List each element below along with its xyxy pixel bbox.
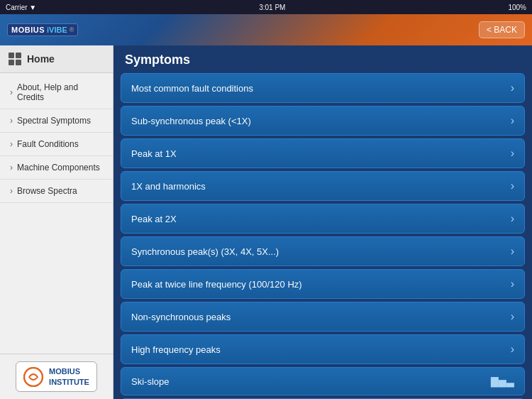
logo-box: MOBIUS iVIBE ® — [7, 23, 78, 36]
sidebar-item-spectral[interactable]: › Spectral Symptoms — [0, 109, 113, 133]
chevron-right-icon: › — [511, 278, 514, 290]
sidebar-nav: › About, Help and Credits › Spectral Sym… — [0, 73, 113, 354]
sidebar-item-browse[interactable]: › Browse Spectra — [0, 180, 113, 203]
sidebar-logo-area: MOBIUS INSTITUTE — [0, 354, 113, 399]
logo-ivibe-text: iVIBE — [47, 26, 67, 34]
symptom-item[interactable]: Ski-slope▇▅▃ — [121, 367, 525, 395]
sidebar: Home › About, Help and Credits › Spectra… — [0, 45, 113, 399]
sidebar-item-spectral-label: Spectral Symptoms — [17, 116, 91, 126]
sidebar-item-browse-label: Browse Spectra — [17, 186, 77, 196]
carrier-text: Carrier ▼ — [6, 4, 36, 11]
chevron-icon: › — [10, 116, 13, 126]
chevron-right-icon: › — [511, 212, 514, 225]
symptom-item[interactable]: Synchronous peak(s) (3X, 4X, 5X...)› — [121, 236, 525, 266]
mobius-institute-logo: MOBIUS INSTITUTE — [16, 361, 97, 392]
symptom-item[interactable]: Peak at 2X› — [121, 204, 525, 234]
sidebar-item-about-label: About, Help and Credits — [17, 82, 106, 102]
header-logo: MOBIUS iVIBE ® — [7, 23, 78, 36]
battery-text: 100% — [508, 4, 526, 11]
sidebar-item-fault-label: Fault Conditions — [17, 139, 79, 149]
sidebar-home-label: Home — [27, 53, 55, 65]
chevron-right-icon: › — [511, 310, 514, 323]
chevron-right-icon: › — [511, 114, 514, 127]
sidebar-home-item[interactable]: Home — [0, 45, 113, 73]
chevron-right-icon: › — [511, 82, 514, 94]
symptom-label: Peak at 1X — [131, 148, 177, 159]
panel-title: Symptoms — [113, 45, 532, 73]
back-button[interactable]: < BACK — [479, 21, 525, 38]
chevron-icon: › — [10, 186, 13, 196]
main-content: Home › About, Help and Credits › Spectra… — [0, 45, 532, 399]
symptom-item[interactable]: 1X and harmonics› — [121, 171, 525, 201]
sidebar-item-about[interactable]: › About, Help and Credits — [0, 76, 113, 109]
svg-point-0 — [24, 368, 43, 386]
symptom-label: Most common fault conditions — [131, 83, 253, 94]
symptom-item[interactable]: Peak at twice line frequency (100/120 Hz… — [121, 269, 525, 299]
symptoms-list: Most common fault conditions›Sub-synchro… — [113, 73, 532, 399]
symptom-item[interactable]: Peak at 1X› — [121, 138, 525, 168]
symptom-item[interactable]: Most common fault conditions› — [121, 73, 525, 103]
home-icon — [9, 53, 21, 65]
symptom-item[interactable]: High frequency peaks› — [121, 334, 525, 364]
symptom-label: Peak at twice line frequency (100/120 Hz… — [131, 279, 302, 290]
chevron-right-icon: › — [511, 180, 514, 192]
mobius-circle-icon — [23, 367, 43, 387]
logo-suffix: ® — [70, 26, 74, 33]
symptom-label: Peak at 2X — [131, 214, 177, 224]
bar-chart-icon: ▇▅▃ — [491, 376, 514, 387]
logo-mobius-text: MOBIUS — [11, 26, 45, 34]
symptom-label: Sub-synchronous peak (<1X) — [131, 116, 251, 126]
chevron-icon: › — [10, 163, 13, 173]
sidebar-item-fault[interactable]: › Fault Conditions — [0, 133, 113, 156]
symptom-item[interactable]: Non-synchronous peaks› — [121, 302, 525, 332]
symptom-item[interactable]: Sub-synchronous peak (<1X)› — [121, 106, 525, 136]
chevron-right-icon: › — [511, 245, 514, 258]
symptom-label: Non-synchronous peaks — [131, 312, 231, 322]
sidebar-item-machine[interactable]: › Machine Components — [0, 156, 113, 180]
chevron-icon: › — [10, 87, 13, 97]
symptom-label: High frequency peaks — [131, 344, 221, 355]
institute-logo-text: MOBIUS INSTITUTE — [49, 366, 89, 387]
status-bar: Carrier ▼ 3:01 PM 100% — [0, 0, 532, 14]
chevron-right-icon: › — [511, 147, 514, 160]
symptom-label: Synchronous peak(s) (3X, 4X, 5X...) — [131, 246, 279, 257]
top-header: MOBIUS iVIBE ® < BACK — [0, 14, 532, 45]
sidebar-item-machine-label: Machine Components — [17, 163, 100, 173]
chevron-icon: › — [10, 139, 13, 149]
chevron-right-icon: › — [511, 343, 514, 356]
symptom-label: 1X and harmonics — [131, 181, 206, 192]
time-text: 3:01 PM — [259, 4, 285, 11]
symptom-label: Ski-slope — [131, 376, 169, 387]
right-panel: Symptoms Most common fault conditions›Su… — [113, 45, 532, 399]
